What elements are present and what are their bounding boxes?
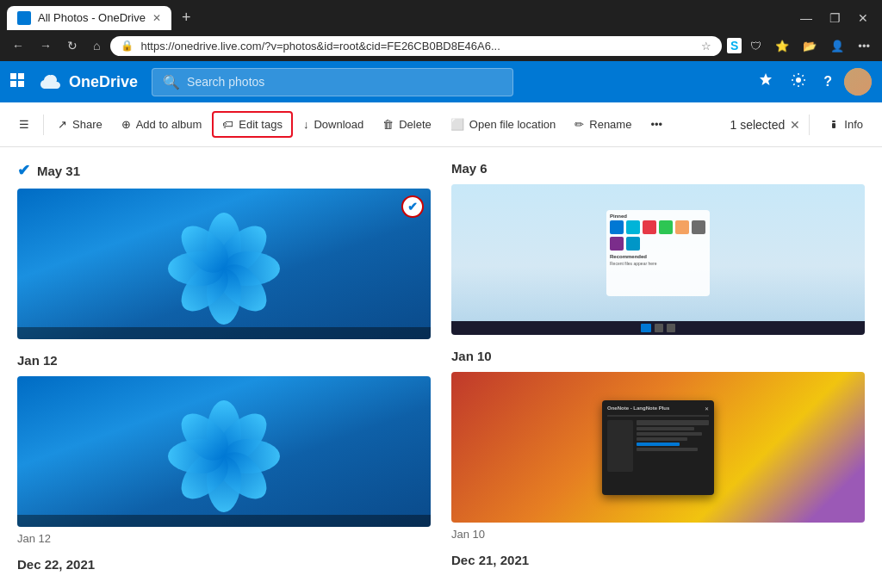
address-bar: ← → ↻ ⌂ 🔒 https://onedrive.live.com/?v=p… (0, 30, 882, 61)
sep2 (809, 115, 810, 135)
date-dec21-text: Dec 21, 2021 (451, 553, 529, 567)
rename-label: Rename (589, 118, 631, 131)
left-column: ✔ May 31 (17, 161, 431, 580)
active-tab[interactable]: All Photos - OneDrive ✕ (7, 6, 171, 30)
share-label: Share (72, 118, 102, 131)
browser-chrome: All Photos - OneDrive ✕ + — ❐ ✕ ← → ↻ ⌂ … (0, 0, 882, 61)
photo-may6[interactable]: Pinned (451, 184, 865, 335)
edit-tags-label: Edit tags (239, 118, 283, 131)
star-icon[interactable]: ⭐ (770, 36, 794, 56)
info-icon (827, 118, 841, 132)
rename-btn[interactable]: ✏ Rename (566, 113, 640, 136)
svg-rect-2 (10, 81, 16, 87)
maximize-btn[interactable]: ❐ (823, 8, 848, 28)
delete-icon: 🗑 (382, 118, 394, 131)
date-dec21: Dec 21, 2021 (451, 553, 865, 567)
minimize-btn[interactable]: — (793, 8, 819, 28)
settings-icon[interactable] (786, 67, 811, 96)
more-btn[interactable]: ••• (642, 113, 671, 136)
deselect-btn[interactable]: ✕ (790, 118, 800, 132)
add-album-btn[interactable]: ⊕ Add to album (113, 113, 211, 136)
search-icon: 🔍 (163, 74, 180, 90)
rename-icon: ✏ (575, 118, 584, 131)
date-jan12-text: Jan 12 (17, 353, 58, 368)
app-grid-icon[interactable] (10, 73, 24, 90)
download-btn[interactable]: ↓ Download (295, 113, 372, 136)
shield-icon[interactable]: 🛡 (745, 36, 767, 56)
skype-icon[interactable]: S (727, 38, 742, 53)
lock-icon: 🔒 (121, 40, 134, 52)
add-album-label: Add to album (136, 118, 202, 131)
toolbar: ☰ ↗ Share ⊕ Add to album 🏷 Edit tags ↓ D… (0, 102, 882, 147)
more-btn[interactable]: ••• (853, 36, 875, 56)
back-btn[interactable]: ← (7, 35, 29, 56)
date-jan12: Jan 12 (17, 353, 431, 368)
hamburger-btn[interactable]: ☰ (10, 113, 38, 136)
sep1 (43, 115, 44, 135)
photo-may31[interactable]: ✔ (17, 189, 431, 339)
selected-checkmark: ✔ (407, 200, 418, 214)
help-icon[interactable]: ? (818, 69, 837, 95)
info-btn[interactable]: Info (818, 113, 872, 137)
download-label: Download (314, 118, 363, 131)
edit-tags-btn[interactable]: 🏷 Edit tags (212, 111, 293, 138)
svg-rect-3 (18, 81, 24, 87)
photo-jan12[interactable] (17, 376, 431, 527)
hamburger-icon: ☰ (19, 118, 29, 131)
refresh-btn[interactable]: ↻ (62, 35, 83, 56)
search-input[interactable] (187, 75, 502, 89)
home-btn[interactable]: ⌂ (88, 35, 105, 56)
app-logo-text: OneDrive (69, 73, 138, 91)
section-jan12: Jan 12 (17, 353, 431, 545)
photo-grid: ✔ May 31 (17, 161, 865, 580)
new-tab-btn[interactable]: + (175, 5, 198, 30)
app-header: OneDrive 🔍 ? (0, 61, 882, 102)
date-jan10-text: Jan 10 (451, 349, 492, 363)
date-jan10: Jan 10 (451, 349, 865, 363)
edit-tags-icon: 🏷 (222, 118, 233, 131)
collections-icon[interactable]: 📂 (798, 36, 822, 56)
tab-close-btn[interactable]: ✕ (152, 12, 161, 24)
right-column: May 6 Pinned (451, 161, 865, 580)
share-icon: ↗ (58, 118, 67, 131)
tab-bar: All Photos - OneDrive ✕ + — ❐ ✕ (0, 0, 882, 30)
premium-icon[interactable] (753, 67, 779, 96)
photo-jan10[interactable]: OneNote - LangNote Plus ✕ (451, 372, 865, 523)
open-location-btn[interactable]: ⬜ Open file location (442, 113, 564, 136)
info-label: Info (844, 118, 863, 131)
date-may31-text: May 31 (37, 164, 80, 178)
tab-title: All Photos - OneDrive (38, 11, 146, 24)
more-icon: ••• (650, 118, 662, 131)
tab-favicon (17, 11, 31, 25)
avatar[interactable] (844, 68, 872, 96)
photo-jan10-date: Jan 10 (451, 528, 865, 541)
delete-label: Delete (399, 118, 432, 131)
svg-rect-5 (832, 123, 835, 128)
app-logo: OneDrive (38, 70, 138, 94)
svg-rect-1 (18, 73, 24, 79)
selected-count: 1 selected (730, 118, 785, 132)
svg-rect-0 (10, 73, 16, 79)
delete-btn[interactable]: 🗑 Delete (374, 113, 440, 136)
open-location-icon: ⬜ (450, 118, 464, 131)
browser-extra-actions: S 🛡 ⭐ 📂 👤 ••• (727, 36, 875, 56)
forward-btn[interactable]: → (34, 35, 57, 56)
photo-jan12-date: Jan 12 (17, 532, 431, 545)
onedrive-logo-icon (38, 70, 62, 94)
search-bar[interactable]: 🔍 (152, 68, 513, 96)
svg-point-4 (796, 77, 801, 83)
section-jan10: Jan 10 OneNote - LangNote Plus ✕ (451, 349, 865, 541)
date-may6-text: May 6 (451, 161, 488, 176)
selected-badge: 1 selected ✕ Info (730, 113, 872, 137)
date-dec22-text: Dec 22, 2021 (17, 557, 95, 572)
close-window-btn[interactable]: ✕ (851, 8, 875, 28)
header-actions: ? (753, 67, 872, 96)
bookmark-icon[interactable]: ☆ (701, 40, 711, 53)
date-may31: ✔ May 31 (17, 161, 431, 180)
url-bar[interactable]: 🔒 https://onedrive.live.com/?v=photos&id… (110, 36, 722, 56)
date-check-icon: ✔ (17, 161, 30, 180)
profile-icon[interactable]: 👤 (825, 36, 849, 56)
share-btn[interactable]: ↗ Share (49, 113, 111, 136)
selected-check-overlay: ✔ (401, 195, 424, 218)
download-icon: ↓ (303, 118, 309, 131)
